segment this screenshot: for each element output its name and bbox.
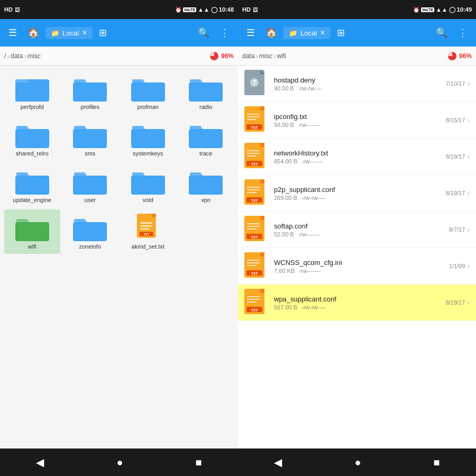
path-sep1-left: › xyxy=(7,52,10,60)
storage-pct-right: 96% xyxy=(459,52,472,60)
folder-systemkeys[interactable]: systemkeys xyxy=(120,116,176,161)
folder-zoneinfo[interactable]: zoneinfo xyxy=(62,209,118,254)
bottom-nav-right: ◀ ● ■ xyxy=(238,448,476,476)
file-perms-ipconfig: -rw------- xyxy=(298,122,320,128)
list-arrow-ipconfig: › xyxy=(467,116,470,124)
file-date-softap: 8/7/17 xyxy=(449,226,465,233)
file-name-softap: softap.conf xyxy=(274,222,449,230)
folder-label-wifi: wifi xyxy=(28,243,36,250)
tab-close-left[interactable]: ✕ xyxy=(82,29,87,36)
photo-icon-left: 🖼 xyxy=(15,7,20,13)
list-item-hostapd[interactable]: ? hostapd.deny 90.00 B -rw-rw---- 7/10/1… xyxy=(238,66,476,102)
grid-icon-left[interactable]: ⊞ xyxy=(95,23,111,43)
file-size-networkhistory: 854.00 B xyxy=(274,158,297,164)
recents-btn-right[interactable]: ■ xyxy=(423,452,450,473)
svg-rect-64 xyxy=(260,289,264,293)
tab-close-right[interactable]: ✕ xyxy=(320,29,325,36)
more-icon-right[interactable]: ⋮ xyxy=(454,23,472,43)
folder-perfprofd[interactable]: perfprofd xyxy=(4,70,60,114)
path-root-left[interactable]: / xyxy=(4,52,6,60)
list-arrow-wcnss: › xyxy=(467,262,470,270)
file-size-softap: 52.00 B xyxy=(274,231,294,237)
svg-rect-57 xyxy=(260,252,264,257)
more-icon-left[interactable]: ⋮ xyxy=(216,23,234,43)
folder-icon-zoneinfo xyxy=(73,214,107,241)
path-data-right[interactable]: data xyxy=(242,52,254,60)
svg-rect-5 xyxy=(131,83,165,102)
folder-label-profman: profman xyxy=(138,104,159,110)
path-misc-left[interactable]: misc xyxy=(28,52,41,60)
signal-icon-right: ▲▲ xyxy=(436,6,447,13)
svg-rect-50 xyxy=(260,216,264,220)
recents-btn-left[interactable]: ■ xyxy=(185,452,212,473)
folder-label-trace: trace xyxy=(199,150,212,157)
storage-badge-left: 96% xyxy=(209,51,234,61)
path-wifi-right[interactable]: wifi xyxy=(277,52,286,60)
back-btn-left[interactable]: ◀ xyxy=(25,452,54,473)
folder-label-user: user xyxy=(85,197,96,203)
home-icon-left[interactable]: 🏠 xyxy=(23,23,43,43)
file-meta-wpa: 567.00 B -rw-rw---- xyxy=(274,304,446,310)
list-item-wcnss[interactable]: TXT WCNSS_qcom_cfg.ini 7.60 KB -rw------… xyxy=(238,248,476,285)
file-size-p2p: 269.00 B xyxy=(274,195,297,201)
file-name-wcnss: WCNSS_qcom_cfg.ini xyxy=(274,259,449,267)
search-icon-left[interactable]: 🔍 xyxy=(194,23,214,43)
folder-tab-icon-right: 📁 xyxy=(289,29,297,37)
home-icon-right[interactable]: 🏠 xyxy=(261,23,281,43)
file-akmd-set[interactable]: TXT akmd_set.txt xyxy=(120,209,176,254)
home-btn-left[interactable]: ● xyxy=(106,452,133,473)
list-item-networkhistory[interactable]: TXT networkHistory.txt 854.00 B -rw-----… xyxy=(238,139,476,175)
folder-label-shared-relro: shared_relro xyxy=(16,150,49,157)
status-bar-right: HD 🖼 ⏰ VoLTE ▲▲ ◯ 10:49 xyxy=(238,0,476,19)
list-item-softap[interactable]: TXT softap.conf 52.00 B -rw------- 8/7/1… xyxy=(238,212,476,248)
search-icon-right[interactable]: 🔍 xyxy=(432,23,452,43)
folder-sms[interactable]: sms xyxy=(62,116,118,161)
folder-trace[interactable]: trace xyxy=(178,116,234,161)
folder-radio[interactable]: radio xyxy=(178,70,234,114)
folder-user[interactable]: user xyxy=(62,163,118,207)
back-btn-right[interactable]: ◀ xyxy=(263,452,292,473)
file-date-hostapd: 7/10/17 xyxy=(446,80,465,87)
local-tab-right[interactable]: 📁 Local ✕ xyxy=(283,27,331,39)
svg-rect-15 xyxy=(15,222,49,241)
folder-label-radio: radio xyxy=(199,104,212,110)
folder-icon-update-engine xyxy=(15,167,49,195)
folder-shared-relro[interactable]: shared_relro xyxy=(4,116,60,161)
volte-badge-left: VoLTE xyxy=(183,7,196,12)
svg-rect-38 xyxy=(247,153,260,154)
folder-vold[interactable]: vold xyxy=(120,163,176,207)
folder-vpn[interactable]: vpn xyxy=(178,163,234,207)
path-data-left[interactable]: data xyxy=(11,52,23,60)
file-thumb-networkhistory: TXT xyxy=(244,143,268,170)
path-bar-right: data › misc › wifi 96% xyxy=(238,47,476,66)
alarm-icon-left: ⏰ xyxy=(175,7,181,13)
svg-text:TXT: TXT xyxy=(251,272,258,276)
storage-badge-right: 96% xyxy=(447,51,472,61)
tab-label-left: Local xyxy=(62,29,79,37)
svg-rect-13 xyxy=(131,176,165,195)
storage-pie-right xyxy=(447,51,457,61)
menu-icon-left[interactable]: ☰ xyxy=(4,23,21,43)
grid-icon-right[interactable]: ⊞ xyxy=(333,23,349,43)
folder-label-update-engine: update_engine xyxy=(13,197,51,203)
path-misc-right[interactable]: misc xyxy=(259,52,272,60)
folder-wifi[interactable]: wifi xyxy=(4,209,60,254)
list-item-p2p[interactable]: TXT p2p_supplicant.conf 269.00 B -rw-rw-… xyxy=(238,175,476,212)
list-item-ipconfig[interactable]: TXT ipconfig.txt 58.00 B -rw------- 8/15… xyxy=(238,102,476,139)
folder-profman[interactable]: profman xyxy=(120,70,176,114)
home-btn-right[interactable]: ● xyxy=(344,452,371,473)
svg-rect-58 xyxy=(247,260,260,261)
file-size-wcnss: 7.60 KB xyxy=(274,268,295,274)
status-bar-left: HD 🖼 ⏰ VoLTE ▲▲ ◯ 10:48 xyxy=(0,0,238,19)
path-sep2-right: › xyxy=(273,52,276,60)
folder-update-engine[interactable]: update_engine xyxy=(4,163,60,207)
local-tab-left[interactable]: 📁 Local ✕ xyxy=(45,27,93,39)
svg-rect-59 xyxy=(247,262,260,263)
file-size-ipconfig: 58.00 B xyxy=(274,122,294,128)
folder-profiles[interactable]: profiles xyxy=(62,70,118,114)
menu-icon-right[interactable]: ☰ xyxy=(242,23,259,43)
storage-pie-left xyxy=(209,51,219,61)
list-item-wpa[interactable]: TXT wpa_supplicant.conf 567.00 B -rw-rw-… xyxy=(238,285,476,321)
svg-rect-8 xyxy=(73,129,107,148)
svg-rect-3 xyxy=(15,83,49,102)
